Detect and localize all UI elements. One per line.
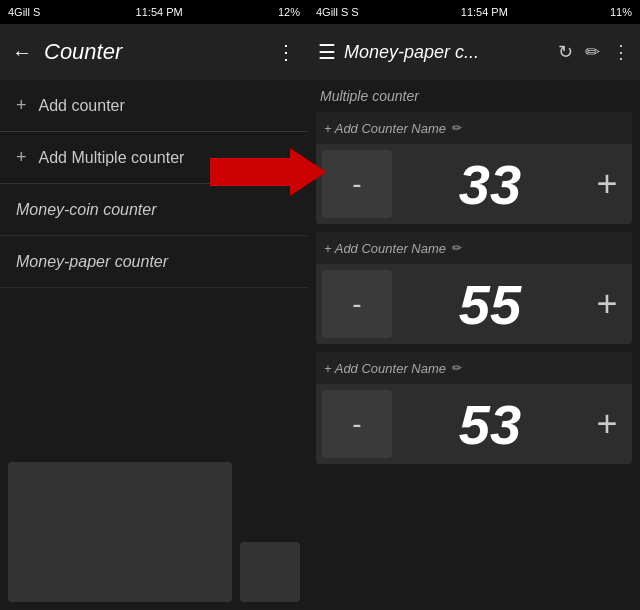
signal-icon2-right: S [351,6,358,18]
minus-label-1: - [352,168,361,200]
plus-icon-multiple: + [16,147,27,168]
back-button[interactable]: ← [12,41,32,64]
time-right: 11:54 PM [461,6,508,18]
counter-section-3: + Add Counter Name ✏ - 53 + [316,352,632,464]
plus-label-2: + [596,283,617,325]
counter-name-label-1: + Add Counter Name [324,121,446,136]
counter-section-1: + Add Counter Name ✏ - 33 + [316,112,632,224]
counter-minus-2[interactable]: - [322,270,392,338]
left-bottom-area [0,440,308,610]
money-paper-item[interactable]: Money-paper counter [0,236,308,288]
counter-name-bar-3[interactable]: + Add Counter Name ✏ [316,352,632,384]
multiple-counter-sublabel: Multiple counter [308,80,640,108]
bottom-box-large [8,462,232,602]
arrow-body [210,158,290,186]
signal-text-right: 4Gill [316,6,338,18]
counter-edit-icon-2[interactable]: ✏ [452,241,462,255]
signal-icon1-right: S [341,6,348,18]
signal-text-left: 4Gill [8,6,30,18]
counter-name-label-2: + Add Counter Name [324,241,446,256]
counter-value-3: 53 [398,384,582,464]
status-bar-right: 4Gill S S 11:54 PM 11% [308,0,640,24]
plus-icon-add: + [16,95,27,116]
counter-minus-1[interactable]: - [322,150,392,218]
counter-minus-3[interactable]: - [322,390,392,458]
counter-section-2: + Add Counter Name ✏ - 55 + [316,232,632,344]
header-left: ← Counter ⋮ [0,24,308,80]
counter-name-bar-2[interactable]: + Add Counter Name ✏ [316,232,632,264]
signal-icon-left: S [33,6,40,18]
hamburger-button[interactable]: ☰ [318,40,336,64]
counter-plus-1[interactable]: + [582,144,632,224]
page-title-right: Money-paper c... [344,42,550,63]
edit-button[interactable]: ✏ [585,41,600,63]
add-multiple-counter-label: Add Multiple counter [39,149,185,167]
counter-row-3: - 53 + [316,384,632,464]
bottom-right-col [240,542,300,602]
plus-label-3: + [596,403,617,445]
counter-edit-icon-1[interactable]: ✏ [452,121,462,135]
status-bar-left: 4Gill S 11:54 PM 12% [0,0,308,24]
money-paper-label: Money-paper counter [16,253,168,271]
time-left: 11:54 PM [136,6,183,18]
more-button-right[interactable]: ⋮ [612,41,630,63]
counter-row-2: - 55 + [316,264,632,344]
battery-right: 11% [610,6,632,18]
red-arrow [210,148,326,196]
plus-label-1: + [596,163,617,205]
counter-name-label-3: + Add Counter Name [324,361,446,376]
counter-edit-icon-3[interactable]: ✏ [452,361,462,375]
minus-label-3: - [352,408,361,440]
counter-value-1: 33 [398,144,582,224]
money-coin-label: Money-coin counter [16,201,157,219]
add-counter-item[interactable]: + Add counter [0,80,308,132]
counter-row-1: - 33 + [316,144,632,224]
header-actions: ↻ ✏ ⋮ [558,41,630,63]
signal-left: 4Gill S [8,6,40,18]
counter-plus-3[interactable]: + [582,384,632,464]
counter-name-bar-1[interactable]: + Add Counter Name ✏ [316,112,632,144]
header-right: ☰ Money-paper c... ↻ ✏ ⋮ [308,24,640,80]
arrow-shape [210,148,326,196]
left-panel: 4Gill S 11:54 PM 12% ← Counter ⋮ + Add c… [0,0,308,610]
more-button-left[interactable]: ⋮ [276,40,296,64]
counter-value-2: 55 [398,264,582,344]
bottom-box-small [240,542,300,602]
counter-plus-2[interactable]: + [582,264,632,344]
minus-label-2: - [352,288,361,320]
page-title-left: Counter [44,39,264,65]
battery-left: 12% [278,6,300,18]
add-counter-label: Add counter [39,97,125,115]
signal-right: 4Gill S S [316,6,359,18]
right-panel: 4Gill S S 11:54 PM 11% ☰ Money-paper c..… [308,0,640,610]
refresh-button[interactable]: ↻ [558,41,573,63]
arrow-head [290,148,326,196]
